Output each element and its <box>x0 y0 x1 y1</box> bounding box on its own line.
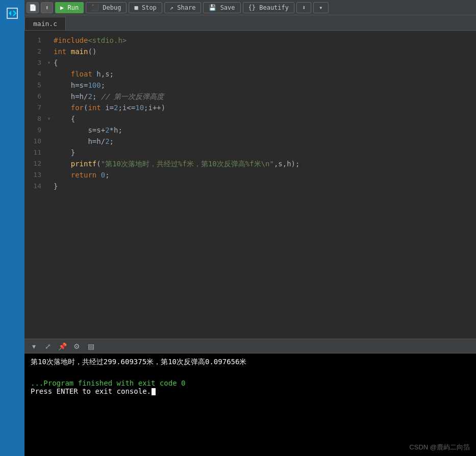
main-content: 📄 ⬆ ▶ Run ⬛ Debug ■ Stop ↗ Share 💾 Save … <box>24 0 476 456</box>
logo <box>3 4 21 22</box>
tab-bar: main.c <box>24 15 476 31</box>
terminal-output-button[interactable]: ▤ <box>86 341 96 351</box>
new-file-button[interactable]: 📄 <box>27 2 39 13</box>
stop-button[interactable]: ■ Stop <box>129 2 162 13</box>
download-button[interactable]: ⬇ <box>296 2 311 13</box>
code-line-14: 14 } <box>24 181 476 192</box>
output-prompt-line: Press ENTER to exit console. <box>31 387 470 395</box>
code-editor[interactable]: 1 #include<stdio.h> 2 int main() 3 ▾ { 4… <box>24 31 476 339</box>
settings-output-button[interactable]: ⚙ <box>71 341 82 351</box>
output-result-line: 第10次落地时，共经过299.609375米，第10次反弹高0.097656米 <box>31 358 470 367</box>
code-line-11: 11 } <box>24 147 476 158</box>
code-line-7: 7 for(int i=2;i<=10;i++) <box>24 102 476 113</box>
code-line-3: 3 ▾ { <box>24 57 476 68</box>
share-button[interactable]: ↗ Share <box>164 2 202 13</box>
code-line-9: 9 s=s+2*h; <box>24 124 476 136</box>
output-finish-line: ...Program finished with exit code 0 <box>31 379 470 387</box>
code-line-6: 6 h=h/2; // 第一次反弹高度 <box>24 91 476 102</box>
dropdown-button[interactable]: ▾ <box>313 2 328 13</box>
output-panel: ▾ ⤢ 📌 ⚙ ▤ 第10次落地时，共经过299.609375米，第10次反弹高… <box>24 339 476 456</box>
upload-button[interactable]: ⬆ <box>41 2 53 13</box>
pin-output-button[interactable]: 📌 <box>57 341 67 351</box>
watermark: CSDN @鹿屿二向箔 <box>409 443 470 452</box>
code-line-8: 8 ▾ { <box>24 113 476 124</box>
code-line-12: 12 printf("第10次落地时，共经过%f米，第10次反弹高%f米\n",… <box>24 158 476 169</box>
output-content: 第10次落地时，共经过299.609375米，第10次反弹高0.097656米 … <box>24 353 476 456</box>
code-line-10: 10 h=h/2; <box>24 136 476 147</box>
code-line-5: 5 h=s=100; <box>24 80 476 91</box>
code-line-4: 4 float h,s; <box>24 68 476 80</box>
expand-output-button[interactable]: ⤢ <box>43 341 53 351</box>
tab-main-c[interactable]: main.c <box>24 17 66 30</box>
save-button[interactable]: 💾 Save <box>203 2 240 13</box>
code-line-13: 13 return 0; <box>24 169 476 181</box>
sidebar <box>0 0 24 456</box>
toolbar: 📄 ⬆ ▶ Run ⬛ Debug ■ Stop ↗ Share 💾 Save … <box>24 0 476 15</box>
run-button[interactable]: ▶ Run <box>55 2 84 13</box>
output-toolbar: ▾ ⤢ 📌 ⚙ ▤ <box>24 339 476 353</box>
code-line-1: 1 #include<stdio.h> <box>24 35 476 46</box>
beautify-button[interactable]: {} Beautify <box>243 2 294 13</box>
code-line-2: 2 int main() <box>24 46 476 57</box>
collapse-output-button[interactable]: ▾ <box>29 341 39 351</box>
debug-button[interactable]: ⬛ Debug <box>86 2 127 13</box>
cursor-indicator <box>152 388 156 395</box>
